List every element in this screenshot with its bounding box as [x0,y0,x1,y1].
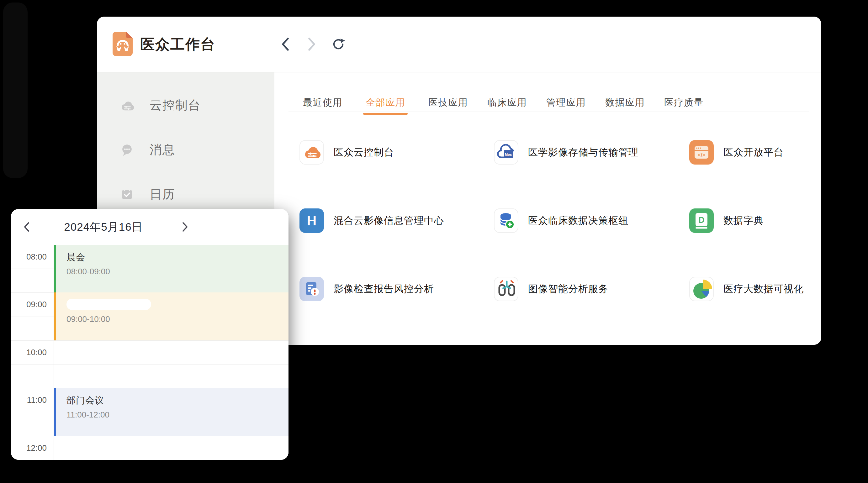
app-logo-icon [112,31,133,57]
app-label: 数据字典 [723,214,764,227]
code-window-icon: </> [689,140,714,165]
tab-quality[interactable]: 医疗质量 [664,96,704,114]
app-label: 医众开放平台 [723,146,784,159]
event-time: 11:00-12:00 [66,410,288,420]
refresh-button[interactable] [330,17,347,72]
next-day-button[interactable] [176,209,194,245]
app-hybrid-cloud-center[interactable]: H 混合云影像信息管理中心 [300,208,494,233]
app-label: 混合云影像信息管理中心 [334,214,444,227]
tab-medtech[interactable]: 医技应用 [428,96,468,114]
calendar-date-label: 2024年5月16日 [58,209,149,245]
app-bigdata-visualization[interactable]: 医疗大数据可视化 [689,277,804,301]
sidebar-item-label: 日历 [150,186,175,203]
message-bubble-icon [120,142,134,157]
svg-text:D: D [699,215,705,225]
content-area: 最近使用 全部应用 医技应用 临床应用 管理应用 数据应用 医疗质量 [274,72,821,345]
background-window-edge [3,2,28,178]
prev-day-button[interactable] [17,209,36,245]
app-title: 医众工作台 [140,17,215,72]
half-hour-row [11,436,288,460]
dictionary-book-icon: D [689,208,714,233]
app-grid: 医众云控制台 Mos 医学影像存储与传输管理 [300,140,804,345]
event-title: 部门会议 [66,394,288,407]
calendar-check-icon [120,187,134,201]
chevron-left-icon [23,221,31,232]
time-label: 11:00 [11,388,47,412]
database-plus-icon [494,208,518,233]
event-redacted[interactable]: 09:00-10:00 [54,292,288,341]
event-time: 09:00-10:00 [66,314,288,324]
svg-text:</>: </> [698,152,706,158]
chevron-left-icon [280,37,291,52]
tab-all-apps[interactable]: 全部应用 [366,96,405,114]
forward-button[interactable] [303,17,320,72]
app-label: 医众临床数据决策枢纽 [528,214,628,227]
sidebar-item-label: 云控制台 [150,97,201,114]
app-label: 影像检查报告风控分析 [334,282,434,296]
app-report-risk-analysis[interactable]: 影像检查报告风控分析 [300,277,494,301]
cloud-mos-icon: Mos [494,140,518,165]
app-clinical-data-hub[interactable]: 医众临床数据决策枢纽 [494,208,689,233]
app-cloud-console[interactable]: 医众云控制台 [300,140,494,165]
event-time: 08:00-09:00 [66,267,288,277]
svg-text:H: H [307,214,316,228]
lungs-icon [494,277,518,301]
tab-recent[interactable]: 最近使用 [303,96,342,114]
calendar-header: 2024年5月16日 [11,209,288,245]
app-image-ai-service[interactable]: 图像智能分析服务 [494,277,689,301]
chevron-right-icon [181,221,189,232]
refresh-icon [330,36,346,52]
app-label: 图像智能分析服务 [528,282,608,296]
calendar-panel: 2024年5月16日 08:00 09:00 10:00 11:00 12:00… [11,209,288,460]
letter-h-icon: H [300,208,324,233]
tab-management[interactable]: 管理应用 [546,96,586,114]
calendar-day-grid: 08:00 09:00 10:00 11:00 12:00 晨会 08:00-0… [11,245,288,460]
app-open-platform[interactable]: </> 医众开放平台 [689,140,804,165]
document-alert-icon [300,277,324,301]
event-title: 晨会 [66,251,288,264]
tab-bar: 最近使用 全部应用 医技应用 临床应用 管理应用 数据应用 医疗质量 [303,96,704,114]
app-label: 医学影像存储与传输管理 [528,146,639,159]
back-button[interactable] [277,17,294,72]
redacted-event-title [66,299,151,310]
cloud-sliders-icon [120,98,134,112]
pie-chart-icon [689,277,714,301]
app-label: 医众云控制台 [334,146,394,159]
svg-text:Mos: Mos [505,153,512,156]
tab-clinical[interactable]: 临床应用 [487,96,527,114]
event-department-meeting[interactable]: 部门会议 11:00-12:00 [54,388,288,436]
chevron-right-icon [306,37,317,52]
tab-data[interactable]: 数据应用 [605,96,645,114]
half-hour-row [11,364,288,388]
window-header: 医众工作台 [97,17,821,72]
time-label: 09:00 [11,292,47,316]
app-data-dictionary[interactable]: D 数据字典 [689,208,804,233]
sidebar-item-calendar[interactable]: 日历 [97,180,274,209]
app-label: 医疗大数据可视化 [723,282,804,296]
sidebar-item-label: 消息 [150,141,175,158]
app-imaging-storage[interactable]: Mos 医学影像存储与传输管理 [494,140,689,165]
event-morning-meeting[interactable]: 晨会 08:00-09:00 [54,245,288,292]
sidebar-item-messages[interactable]: 消息 [97,135,274,164]
half-hour-row [11,341,288,364]
sidebar-item-cloud-console[interactable]: 云控制台 [97,91,274,120]
time-label: 08:00 [11,245,47,268]
time-label: 10:00 [11,341,47,364]
cloud-sliders-icon [300,140,324,165]
time-label: 12:00 [11,436,47,460]
